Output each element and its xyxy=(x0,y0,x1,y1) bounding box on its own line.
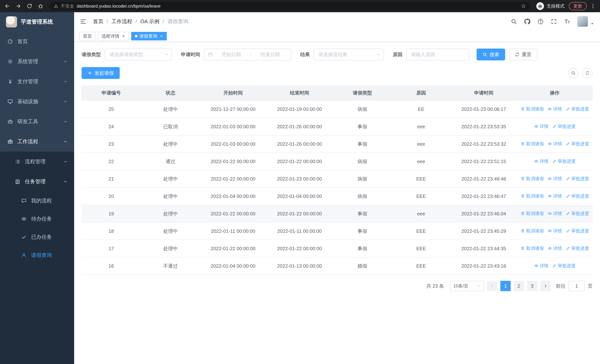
result-select[interactable] xyxy=(314,48,384,60)
progress-action-link[interactable]: 审批进度 xyxy=(566,211,589,216)
progress-action-link[interactable]: 审批进度 xyxy=(566,176,589,182)
cancel-action-link[interactable]: 取消请假 xyxy=(521,228,544,234)
trash-icon xyxy=(521,177,525,181)
progress-action-link[interactable]: 审批进度 xyxy=(552,158,576,164)
sidebar-item-process-mgmt[interactable]: 流程管理 xyxy=(0,152,74,172)
user-avatar[interactable] xyxy=(577,16,588,27)
progress-action-link[interactable]: 审批进度 xyxy=(552,263,576,269)
forward-button[interactable] xyxy=(16,3,21,9)
bookmark-star-icon[interactable] xyxy=(521,4,526,9)
sidebar-item-infra[interactable]: 基础设施 xyxy=(0,92,74,112)
progress-action-link[interactable]: 审批进度 xyxy=(552,123,576,129)
table-row: 20处理中2022-01-04 00:00:002022-01-04 00:00… xyxy=(82,187,593,205)
page-unit-label: 页 xyxy=(588,283,593,289)
breadcrumb-item[interactable]: 工作流程 xyxy=(112,18,132,25)
sidebar-item-home[interactable]: 首页 xyxy=(0,31,74,52)
start-date-input[interactable] xyxy=(214,52,248,57)
toggle-search-button[interactable] xyxy=(568,68,579,78)
leave-type-select[interactable] xyxy=(104,48,172,60)
cancel-action-link[interactable]: 取消请假 xyxy=(521,193,544,199)
close-icon[interactable] xyxy=(122,35,125,38)
sidebar-item-todo-tasks[interactable]: 待办任务 xyxy=(0,210,74,228)
address-bar[interactable]: 不安全 dashboard.yudao.iocoder.cn/bpm/oa/le… xyxy=(49,2,530,10)
font-size-icon[interactable] xyxy=(564,18,570,25)
page-number-button[interactable]: 2 xyxy=(514,281,524,291)
sidebar-item-my-process[interactable]: 我的流程 xyxy=(0,192,74,210)
reset-button[interactable]: 重置 xyxy=(509,48,537,60)
end-date-input[interactable] xyxy=(253,52,287,57)
sidebar-item-done-tasks[interactable]: 已办任务 xyxy=(0,228,74,246)
table-row: 22通过2022-01-22 00:00:002022-01-22 00:00:… xyxy=(82,153,593,170)
update-button[interactable]: 更新 xyxy=(569,2,587,10)
fullscreen-icon[interactable] xyxy=(551,18,557,25)
cell-status: 处理中 xyxy=(141,187,200,205)
leave-type-input[interactable] xyxy=(104,48,172,60)
progress-action-link[interactable]: 审批进度 xyxy=(566,141,589,147)
action-label: 取消请假 xyxy=(526,106,544,112)
reload-button[interactable] xyxy=(27,3,32,9)
detail-action-link[interactable]: 详情 xyxy=(534,263,548,269)
cancel-action-link[interactable]: 取消请假 xyxy=(521,245,544,251)
breadcrumb-item[interactable]: OA 示例 xyxy=(141,18,159,25)
goto-page-input[interactable] xyxy=(569,281,585,291)
progress-action-link[interactable]: 审批进度 xyxy=(566,245,589,251)
cell-end: 2022-01-19 00:00:00 xyxy=(266,101,333,118)
cell-type: 事假 xyxy=(333,205,392,222)
tab-item[interactable]: 首页 xyxy=(79,32,96,40)
github-icon[interactable] xyxy=(524,18,530,25)
cell-id: 17 xyxy=(82,240,141,257)
question-icon[interactable] xyxy=(537,18,544,25)
close-icon[interactable] xyxy=(160,35,163,38)
page-size-select[interactable]: 10条/页 xyxy=(450,281,484,291)
search-button[interactable]: 搜索 xyxy=(477,48,505,60)
sidebar-item-payment[interactable]: 支付管理 xyxy=(0,72,74,92)
action-label: 详情 xyxy=(553,176,562,182)
detail-action-link[interactable]: 详情 xyxy=(548,193,562,199)
cell-start: 2022-01-22 00:00:00 xyxy=(200,240,266,257)
create-leave-button[interactable]: 发起请假 xyxy=(82,67,120,79)
detail-action-link[interactable]: 详情 xyxy=(548,141,562,147)
detail-action-link[interactable]: 详情 xyxy=(534,158,548,164)
cancel-action-link[interactable]: 取消请假 xyxy=(521,176,544,182)
action-label: 审批进度 xyxy=(558,263,576,269)
reason-input[interactable] xyxy=(406,48,469,60)
next-page-button[interactable] xyxy=(540,281,551,291)
page-number-button[interactable]: 3 xyxy=(527,281,537,291)
tab-item[interactable]: 流程详情 xyxy=(98,32,129,40)
sidebar-item-devtools[interactable]: 研发工具 xyxy=(0,112,74,131)
cell-type: 事假 xyxy=(333,118,392,135)
goto-label: 前往 xyxy=(556,283,565,289)
search-icon[interactable] xyxy=(511,18,517,25)
detail-action-link[interactable]: 详情 xyxy=(548,211,562,216)
page-number-button[interactable]: 1 xyxy=(500,281,511,291)
refresh-table-button[interactable] xyxy=(582,68,593,78)
cell-reason: eee xyxy=(392,135,450,153)
progress-action-link[interactable]: 审批进度 xyxy=(566,106,589,112)
home-button[interactable] xyxy=(38,3,43,9)
progress-action-link[interactable]: 审批进度 xyxy=(566,228,589,234)
result-input[interactable] xyxy=(314,48,384,60)
detail-action-link[interactable]: 详情 xyxy=(548,245,562,251)
detail-action-link[interactable]: 详情 xyxy=(548,176,562,182)
breadcrumb-item[interactable]: 首页 xyxy=(93,18,103,25)
progress-action-link[interactable]: 审批进度 xyxy=(566,193,589,199)
sidebar-item-task-mgmt[interactable]: 任务管理 xyxy=(0,172,74,192)
sidebar-item-system[interactable]: 系统管理 xyxy=(0,52,74,72)
apply-time-range-picker[interactable]: - xyxy=(204,48,291,60)
tab-item[interactable]: 请假查询 xyxy=(131,32,167,40)
cancel-action-link[interactable]: 取消请假 xyxy=(521,141,544,147)
detail-action-link[interactable]: 详情 xyxy=(534,123,548,129)
back-button[interactable] xyxy=(4,3,10,9)
prev-page-button[interactable] xyxy=(487,281,497,291)
sidebar-item-workflow[interactable]: 工作流程 xyxy=(0,131,74,152)
detail-action-link[interactable]: 详情 xyxy=(548,228,562,234)
sidebar-submenu: 流程管理任务管理我的流程待办任务已办任务请假查询 xyxy=(0,152,74,264)
cell-actions: 取消请假详情审批进度 xyxy=(517,240,593,257)
sidebar-collapse-icon[interactable] xyxy=(80,18,86,25)
cancel-action-link[interactable]: 取消请假 xyxy=(521,106,544,112)
user-menu[interactable] xyxy=(577,16,594,27)
sidebar-item-leave-query[interactable]: 请假查询 xyxy=(0,246,74,264)
cancel-action-link[interactable]: 取消请假 xyxy=(521,211,544,216)
browser-menu-icon[interactable] xyxy=(590,3,596,9)
detail-action-link[interactable]: 详情 xyxy=(548,106,562,112)
